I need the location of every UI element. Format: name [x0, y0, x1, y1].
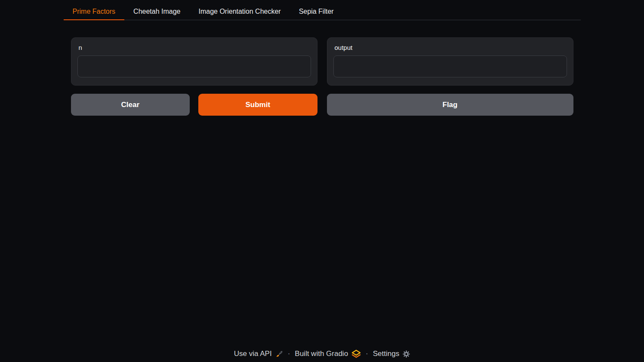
built-with-gradio-label: Built with Gradio — [295, 350, 348, 358]
tab-image-orientation-checker[interactable]: Image Orientation Checker — [189, 4, 290, 20]
output-label: output — [335, 44, 567, 51]
app-container: Prime Factors Cheetah Image Image Orient… — [64, 0, 581, 116]
tab-sepia-filter[interactable]: Sepia Filter — [290, 4, 343, 20]
footer-separator-2: · — [366, 350, 368, 358]
tab-cheetah-image[interactable]: Cheetah Image — [124, 4, 189, 20]
footer-separator-1: · — [288, 350, 290, 358]
clear-button[interactable]: Clear — [71, 94, 190, 116]
input-buttons-row: Clear Submit — [71, 94, 317, 116]
use-via-api-label: Use via API — [234, 350, 272, 358]
footer: Use via API · Built with Gradio · Settin… — [0, 350, 644, 358]
output-textbox[interactable] — [333, 55, 567, 77]
submit-button[interactable]: Submit — [198, 94, 317, 116]
tab-bar: Prime Factors Cheetah Image Image Orient… — [64, 0, 581, 20]
settings-label: Settings — [373, 350, 399, 358]
settings-link[interactable]: Settings — [373, 350, 410, 358]
gear-icon — [403, 350, 410, 358]
rocket-icon — [275, 350, 283, 358]
input-label: n — [79, 44, 311, 51]
tab-panel-prime-factors: n Clear Submit output Flag — [64, 37, 581, 116]
n-textbox[interactable] — [77, 55, 311, 77]
flag-button[interactable]: Flag — [327, 94, 573, 116]
tab-prime-factors[interactable]: Prime Factors — [64, 4, 125, 20]
use-via-api-link[interactable]: Use via API — [234, 350, 283, 358]
gradio-logo-icon — [351, 350, 361, 358]
output-buttons-row: Flag — [327, 94, 573, 116]
output-panel: output — [327, 37, 573, 86]
input-column: n Clear Submit — [71, 37, 317, 116]
output-column: output Flag — [327, 37, 573, 116]
input-panel: n — [71, 37, 317, 86]
built-with-gradio-link[interactable]: Built with Gradio — [295, 350, 361, 358]
